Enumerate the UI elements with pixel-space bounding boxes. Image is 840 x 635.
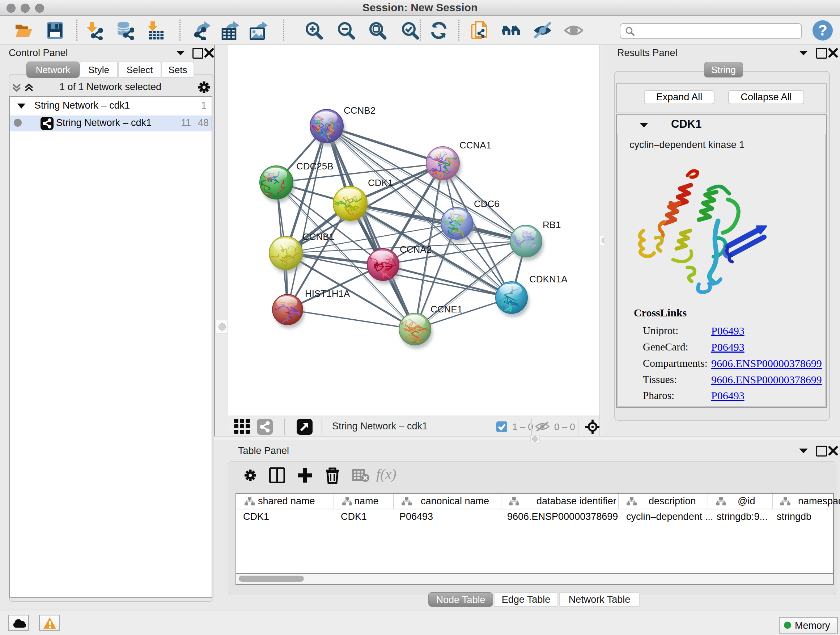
svg-text:CCNA1: CCNA1 xyxy=(459,140,491,150)
svg-text:?: ? xyxy=(818,22,827,39)
svg-text:CDK1: CDK1 xyxy=(368,177,393,188)
svg-text:RB1: RB1 xyxy=(543,219,561,230)
svg-text:CDKN1A: CDKN1A xyxy=(529,274,568,285)
svg-text:CDC6: CDC6 xyxy=(474,198,500,209)
svg-text:HIST1H1A: HIST1H1A xyxy=(305,288,350,299)
svg-text:CCNA2: CCNA2 xyxy=(400,244,431,255)
svg-text:CCNB2: CCNB2 xyxy=(344,105,376,116)
svg-text:CCNB1: CCNB1 xyxy=(302,231,334,242)
svg-text:CCNE1: CCNE1 xyxy=(431,304,462,315)
svg-text:CDC25B: CDC25B xyxy=(296,161,333,172)
